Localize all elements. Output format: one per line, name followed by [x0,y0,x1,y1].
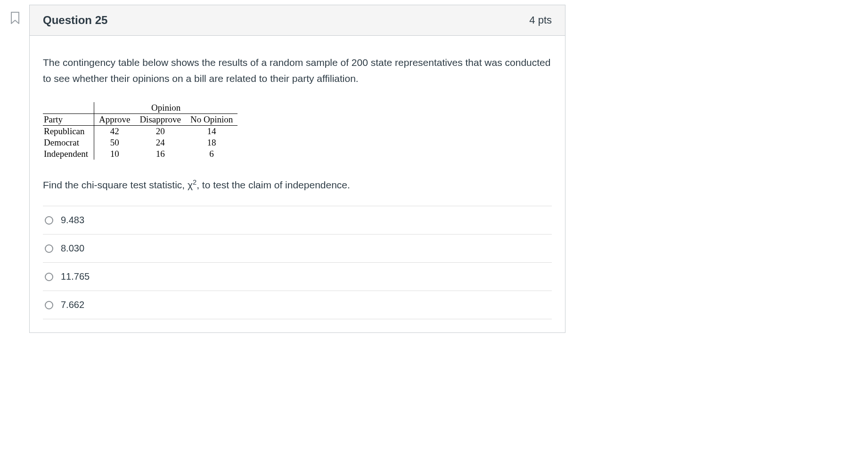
table-cell: 50 [94,137,135,148]
question-prompt: The contingency table below shows the re… [43,55,552,86]
table-col-group-header: Opinion [94,102,237,114]
table-cell: 16 [135,148,186,160]
table-cell: 24 [135,137,186,148]
radio-icon [45,273,53,281]
answer-option[interactable]: 9.483 [43,206,552,234]
table-row: Democrat 50 24 18 [43,137,237,148]
radio-icon [45,216,53,225]
table-col-header: No Opinion [186,114,237,126]
question-body: The contingency table below shows the re… [30,36,565,332]
question-points: 4 pts [529,14,552,26]
question-title: Question 25 [43,14,107,27]
question-card: Question 25 4 pts The contingency table … [29,5,565,333]
radio-icon [45,301,53,309]
table-col-header: Disapprove [135,114,186,126]
table-cell: 14 [186,126,237,138]
table-col-header: Approve [94,114,135,126]
question-header: Question 25 4 pts [30,5,565,36]
answer-label: 7.662 [61,299,84,310]
table-cell: 18 [186,137,237,148]
answer-label: 8.030 [61,243,84,254]
question-container: Question 25 4 pts The contingency table … [9,5,565,333]
table-cell: 42 [94,126,135,138]
table-cell: 6 [186,148,237,160]
question-subprompt: Find the chi-square test statistic, χ2, … [43,178,552,191]
table-cell: 20 [135,126,186,138]
contingency-table: Opinion Party Approve Disapprove No Opin… [43,102,237,160]
table-row-header: Party [43,114,94,126]
answer-label: 9.483 [61,215,84,226]
table-cell: 10 [94,148,135,160]
answer-option[interactable]: 11.765 [43,262,552,291]
table-row-label: Democrat [43,137,94,148]
table-row: Independent 10 16 6 [43,148,237,160]
answer-label: 11.765 [61,271,90,282]
table-row-label: Republican [43,126,94,138]
answer-option[interactable]: 7.662 [43,291,552,319]
answer-list: 9.483 8.030 11.765 7.662 [43,206,552,319]
answer-option[interactable]: 8.030 [43,234,552,262]
radio-icon [45,244,53,253]
bookmark-icon[interactable] [9,11,21,24]
table-row-label: Independent [43,148,94,160]
table-row: Republican 42 20 14 [43,126,237,138]
